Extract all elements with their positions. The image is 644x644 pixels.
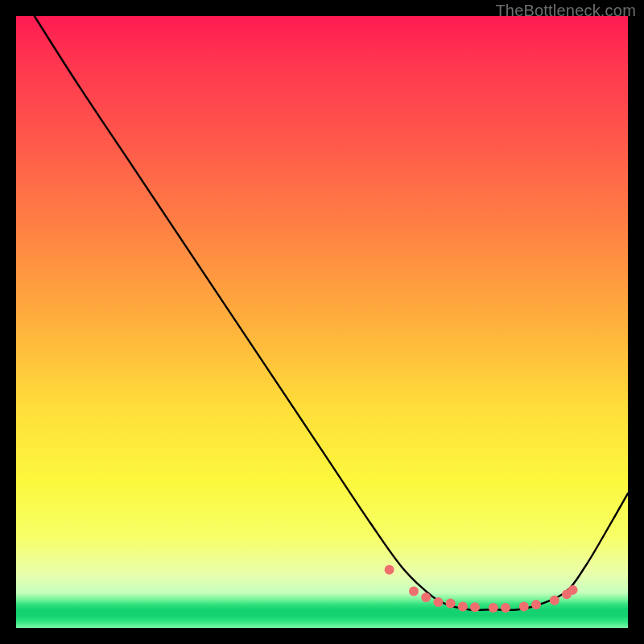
data-marker <box>531 600 541 609</box>
data-marker <box>421 592 431 602</box>
marker-layer <box>385 565 578 613</box>
data-marker <box>489 603 498 613</box>
data-marker <box>519 601 529 611</box>
data-marker <box>568 585 578 595</box>
plot-area <box>16 16 628 628</box>
bottleneck-curve <box>35 16 628 610</box>
data-marker <box>433 597 443 607</box>
data-marker <box>470 602 480 612</box>
data-marker <box>501 603 510 613</box>
data-marker <box>409 586 419 596</box>
watermark-text: TheBottleneck.com <box>495 2 636 20</box>
data-marker <box>446 599 456 609</box>
chart-frame: TheBottleneck.com <box>0 0 644 644</box>
data-marker <box>385 565 394 575</box>
curve-layer <box>16 16 628 628</box>
data-marker <box>458 601 468 611</box>
data-marker <box>550 596 559 605</box>
